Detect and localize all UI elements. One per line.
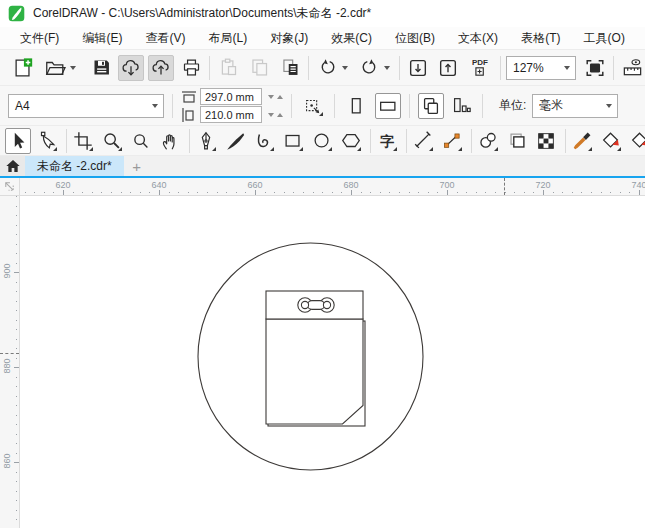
tool-color-eyedropper[interactable] <box>569 128 595 154</box>
document-tab-active[interactable]: 未命名 -2.cdr* <box>25 156 124 176</box>
import-button[interactable] <box>405 55 431 81</box>
h-ruler-major-tick <box>543 190 544 195</box>
horizontal-ruler[interactable]: 620640660680700720740 <box>20 178 645 196</box>
calendar-body[interactable] <box>266 319 363 424</box>
tool-connector[interactable] <box>439 128 465 154</box>
home-icon <box>5 158 21 174</box>
tool-zoom-secondary[interactable] <box>128 128 154 154</box>
redo-button[interactable] <box>356 55 382 81</box>
tool-text[interactable]: 字 <box>374 128 400 154</box>
tool-transparency[interactable] <box>504 128 530 154</box>
export-icon <box>437 57 459 79</box>
redo-icon <box>359 57 380 78</box>
crop-tool-icon <box>72 130 94 152</box>
menu-layout[interactable]: 布局(L) <box>205 28 252 49</box>
tool-zoom[interactable] <box>99 128 125 154</box>
tool-ellipse[interactable] <box>309 128 335 154</box>
menu-tools[interactable]: 工具(O) <box>580 28 629 49</box>
menu-bitmaps[interactable]: 位图(B) <box>391 28 439 49</box>
menu-table[interactable]: 表格(T) <box>517 28 564 49</box>
units-label: 单位: <box>499 97 526 114</box>
menu-file[interactable]: 文件(F) <box>16 28 63 49</box>
coreldraw-logo-icon <box>8 5 25 22</box>
all-pages-button[interactable] <box>418 93 444 119</box>
menu-edit[interactable]: 编辑(E) <box>78 28 126 49</box>
home-button[interactable] <box>0 156 25 176</box>
page-height-field[interactable]: 210.0 mm <box>200 106 262 123</box>
binding-ring-left-inner[interactable] <box>301 301 308 308</box>
standard-toolbar: PDF 127% <box>0 50 645 86</box>
eyedropper-icon <box>571 130 593 152</box>
tool-crop[interactable] <box>70 128 96 154</box>
smart-fill-icon <box>629 130 645 152</box>
calendar-drawing[interactable] <box>20 196 645 528</box>
undo-dropdown-caret[interactable] <box>342 66 348 70</box>
tool-paint-brush[interactable] <box>222 128 248 154</box>
tool-pick[interactable] <box>5 128 31 154</box>
document-tab-bar: 未命名 -2.cdr* + <box>0 156 645 178</box>
print-button[interactable] <box>178 55 204 81</box>
v-ruler-major-tick <box>14 367 19 368</box>
new-document-button[interactable] <box>10 55 36 81</box>
tool-drop-shadow[interactable] <box>475 128 501 154</box>
save-button[interactable] <box>88 55 114 81</box>
page-width-field[interactable]: 297.0 mm <box>200 88 262 105</box>
units-caret[interactable] <box>606 104 612 108</box>
h-ruler-label: 720 <box>529 180 557 190</box>
zoom-level-combobox[interactable]: 127% <box>506 56 576 80</box>
tool-pan[interactable] <box>157 128 183 154</box>
portrait-orientation-button[interactable] <box>343 93 369 119</box>
binding-ring-right-inner[interactable] <box>323 301 330 308</box>
cloud-upload-icon <box>150 57 172 79</box>
vertical-ruler[interactable]: 900880860 <box>0 196 20 528</box>
menu-text[interactable]: 文本(X) <box>454 28 502 49</box>
undo-button[interactable] <box>314 55 340 81</box>
paste-button <box>215 55 241 81</box>
full-screen-preview-button[interactable] <box>582 55 608 81</box>
tool-pen[interactable] <box>193 128 219 154</box>
tool-pattern-fill[interactable] <box>533 128 559 154</box>
pen-tool-icon <box>195 130 217 152</box>
zoom-level-value: 127% <box>507 61 562 75</box>
binding-bar[interactable] <box>308 301 325 310</box>
tool-shape-edit[interactable] <box>34 128 60 154</box>
menu-view[interactable]: 查看(V) <box>141 28 189 49</box>
tool-b-spline[interactable] <box>251 128 277 154</box>
ruler-origin[interactable] <box>0 178 20 196</box>
current-page-size-button[interactable] <box>448 93 474 119</box>
redo-dropdown-caret[interactable] <box>384 66 390 70</box>
page-height-spinner[interactable] <box>268 113 283 117</box>
open-button[interactable] <box>42 55 68 81</box>
page-size-combobox[interactable]: A4 <box>8 94 164 118</box>
tool-smart-fill[interactable] <box>627 128 645 154</box>
tool-rectangle[interactable] <box>280 128 306 154</box>
export-button[interactable] <box>435 55 461 81</box>
publish-pdf-button[interactable]: PDF <box>465 55 495 81</box>
ruler-eye-icon <box>621 56 644 79</box>
menu-object[interactable]: 对象(J) <box>266 28 312 49</box>
open-folder-icon <box>44 57 66 79</box>
h-ruler-label: 640 <box>145 180 173 190</box>
drawing-canvas[interactable] <box>20 196 645 528</box>
full-screen-preview-icon <box>584 57 606 79</box>
tool-interactive-fill[interactable] <box>598 128 624 154</box>
tool-polygon[interactable] <box>338 128 364 154</box>
new-tab-button[interactable]: + <box>124 156 150 176</box>
landscape-orientation-button[interactable] <box>375 93 401 119</box>
view-rulers-button[interactable] <box>619 55 645 81</box>
page-width-spinner[interactable] <box>268 95 283 99</box>
cloud-upload-button[interactable] <box>148 55 174 81</box>
document-tab-label: 未命名 -2.cdr* <box>37 158 112 175</box>
menu-effects[interactable]: 效果(C) <box>327 28 376 49</box>
h-ruler-label: 700 <box>433 180 461 190</box>
paste-special-button[interactable] <box>277 55 303 81</box>
zoom-level-caret[interactable] <box>564 66 570 70</box>
open-dropdown-caret[interactable] <box>70 66 76 70</box>
tool-straight-line[interactable] <box>410 128 436 154</box>
units-combobox[interactable]: 毫米 <box>532 94 618 118</box>
cloud-download-button[interactable] <box>118 55 144 81</box>
page-size-caret[interactable] <box>152 104 158 108</box>
paste-icon <box>218 57 239 78</box>
nudge-offset-button[interactable] <box>300 93 326 119</box>
copy-icon <box>249 57 270 78</box>
